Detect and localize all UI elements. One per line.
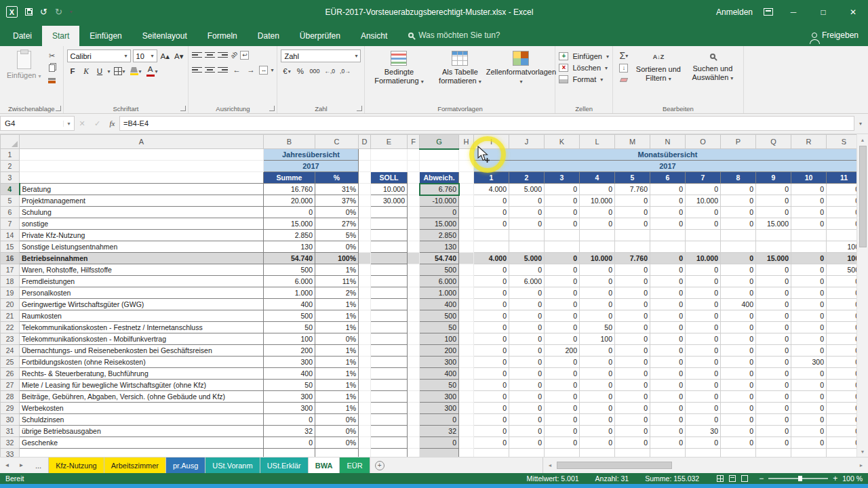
styles-button-0[interactable]: Bedingte Formatierung ▾	[368, 48, 429, 87]
cell-month-9-row-18[interactable]: 0	[756, 276, 791, 287]
cell-C4[interactable]: 31%	[315, 184, 359, 195]
cell-month-4-row-18[interactable]: 0	[580, 276, 615, 287]
cell-month-10-row-7[interactable]: 0	[791, 218, 827, 230]
cell-month-6-row-17[interactable]: 0	[650, 264, 686, 276]
row-header-3[interactable]: 3	[1, 172, 20, 184]
cell-G14[interactable]: 2.850	[420, 230, 459, 241]
cell-month-6-row-31[interactable]: 0	[650, 426, 686, 437]
column-header-O[interactable]: O	[686, 135, 721, 149]
status-aggregate-2[interactable]: Summe: 155.032	[645, 474, 699, 483]
cell-month-9-row-32[interactable]: 0	[756, 437, 791, 449]
column-header-D[interactable]: D	[359, 135, 371, 149]
cell-C16[interactable]: 100%	[315, 253, 359, 264]
cell-month-7-row-15[interactable]	[686, 241, 721, 253]
cell-month-9-row-17[interactable]: 0	[756, 264, 791, 276]
cell-B16[interactable]: 54.740	[264, 253, 315, 264]
cell[interactable]	[686, 449, 721, 458]
ribbon-tab-ansicht[interactable]: Ansicht	[351, 26, 397, 46]
cell-month-3-row-23[interactable]: 0	[545, 333, 580, 345]
row-header-28[interactable]: 28	[1, 391, 20, 403]
cell-month-1-row-24[interactable]: 0	[474, 345, 509, 357]
cell[interactable]	[420, 149, 459, 161]
cell[interactable]	[459, 253, 474, 264]
row-header-22[interactable]: 22	[1, 322, 20, 333]
cell[interactable]	[459, 218, 474, 230]
increase-decimal-icon[interactable]: ←,0	[323, 65, 336, 77]
annual-overview-banner[interactable]: Jahresübersicht	[264, 149, 359, 161]
cell[interactable]	[408, 403, 420, 414]
cell-month-8-row-26[interactable]: 0	[721, 368, 756, 380]
cell-month-2-row-20[interactable]: 0	[509, 299, 545, 310]
row-header-20[interactable]: 20	[1, 299, 20, 310]
column-header-H[interactable]: H	[459, 135, 474, 149]
editing-button-0[interactable]: A↓ZSortieren und Filtern ▾	[631, 48, 686, 87]
cell-month-7-row-31[interactable]: 30	[686, 426, 721, 437]
cell-month-5-row-31[interactable]: 0	[615, 426, 650, 437]
zoom-percentage[interactable]: 100 %	[842, 474, 863, 483]
cell-month-6-row-19[interactable]: 0	[650, 287, 686, 299]
cell[interactable]	[420, 449, 459, 458]
cell-E31[interactable]	[371, 426, 408, 437]
cell-month-6-row-26[interactable]: 0	[650, 368, 686, 380]
cell-month-1-row-22[interactable]: 0	[474, 322, 509, 333]
percent-format-icon[interactable]: %	[294, 65, 306, 77]
cell[interactable]	[408, 149, 420, 161]
cell-C23[interactable]: 0%	[315, 333, 359, 345]
cell-month-6-row-6[interactable]: 0	[650, 207, 686, 218]
align-top-icon[interactable]	[192, 50, 202, 60]
cell-month-2-row-25[interactable]: 0	[509, 357, 545, 368]
cell-C22[interactable]: 1%	[315, 322, 359, 333]
chevron-down-icon[interactable]: ▾	[108, 68, 111, 75]
cell-month-9-row-21[interactable]: 0	[756, 310, 791, 322]
cell-G28[interactable]: 300	[420, 391, 459, 403]
cell-B18[interactable]: 6.000	[264, 276, 315, 287]
sign-in-button[interactable]: Anmelden	[716, 7, 753, 17]
cell-month-1-row-7[interactable]: 0	[474, 218, 509, 230]
column-header-G[interactable]: G	[420, 135, 459, 149]
cell-month-8-row-7[interactable]: 0	[721, 218, 756, 230]
cell[interactable]	[359, 380, 371, 391]
cell[interactable]	[408, 449, 420, 458]
cell-month-7-row-16[interactable]: 10.000	[686, 253, 721, 264]
cell-month-9-row-29[interactable]: 0	[756, 403, 791, 414]
cell-C15[interactable]: 0%	[315, 241, 359, 253]
cell[interactable]	[408, 230, 420, 241]
maximize-button[interactable]: □	[814, 0, 833, 24]
cell-C31[interactable]: 0%	[315, 426, 359, 437]
cell-month-3-row-17[interactable]: 0	[545, 264, 580, 276]
cell-E32[interactable]	[371, 437, 408, 449]
cell-G27[interactable]: 50	[420, 380, 459, 391]
fill-down-icon[interactable]: ↓	[618, 63, 630, 73]
summe-header[interactable]: Summe	[264, 172, 315, 184]
cell-E20[interactable]	[371, 299, 408, 310]
cell-month-10-row-20[interactable]: 0	[791, 299, 827, 310]
month-header-5[interactable]: 5	[615, 172, 650, 184]
cell[interactable]	[359, 322, 371, 333]
cell-G31[interactable]: 32	[420, 426, 459, 437]
cell[interactable]	[408, 357, 420, 368]
cell-month-8-row-18[interactable]: 0	[721, 276, 756, 287]
cell-month-7-row-28[interactable]: 0	[686, 391, 721, 403]
cell-E14[interactable]	[371, 230, 408, 241]
cell-E4[interactable]: 10.000	[371, 184, 408, 195]
normal-view-icon[interactable]	[717, 475, 724, 482]
cell-month-5-row-19[interactable]: 0	[615, 287, 650, 299]
cell-month-1-row-27[interactable]: 0	[474, 380, 509, 391]
cell-month-8-row-5[interactable]: 0	[721, 195, 756, 207]
new-sheet-button[interactable]: +	[370, 458, 389, 473]
cell-G26[interactable]: 400	[420, 368, 459, 380]
cell-month-1-row-21[interactable]: 0	[474, 310, 509, 322]
formula-bar-expand-icon[interactable]: ▾	[854, 121, 867, 127]
cell-month-10-row-21[interactable]: 0	[791, 310, 827, 322]
cell-C17[interactable]: 1%	[315, 264, 359, 276]
cell-month-5-row-7[interactable]: 0	[615, 218, 650, 230]
cell-month-9-row-23[interactable]: 0	[756, 333, 791, 345]
cell-B21[interactable]: 500	[264, 310, 315, 322]
cell[interactable]	[408, 207, 420, 218]
cell-G23[interactable]: 100	[420, 333, 459, 345]
clear-icon[interactable]	[618, 75, 630, 85]
orientation-icon[interactable]: ab	[229, 50, 239, 60]
cell-C5[interactable]: 37%	[315, 195, 359, 207]
cell-month-3-row-16[interactable]: 0	[545, 253, 580, 264]
row-header-1[interactable]: 1	[1, 149, 20, 161]
